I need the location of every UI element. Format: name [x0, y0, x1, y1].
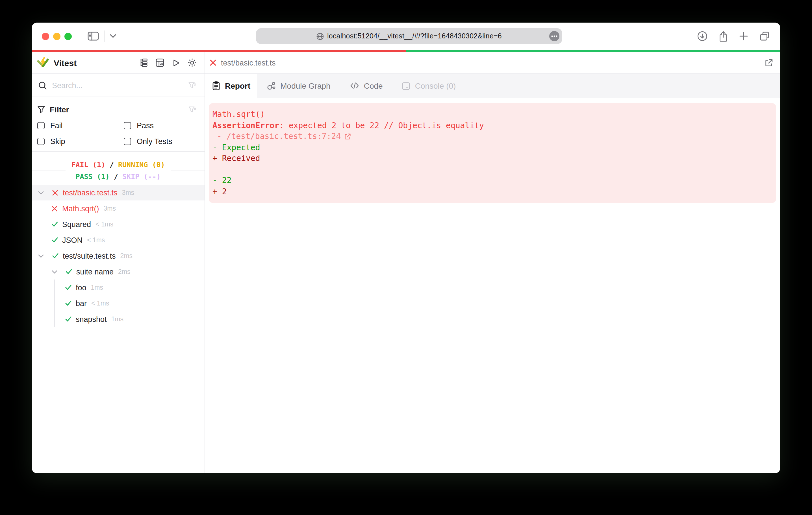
checkbox-icon	[124, 122, 131, 129]
skip-count: SKIP (--)	[122, 172, 161, 181]
pass-icon	[52, 252, 63, 259]
toolbar-divider	[104, 30, 105, 42]
tree-item-suite-name[interactable]: suite name 2ms	[32, 264, 205, 279]
open-in-editor-button[interactable]	[764, 58, 773, 67]
screen: localhost:51204/__vitest__/#/?file=16484…	[0, 0, 812, 515]
dashboard-button[interactable]	[155, 58, 165, 67]
minimize-window-button[interactable]	[53, 32, 60, 40]
filter-icon	[37, 105, 45, 114]
search-bar	[32, 74, 205, 97]
tab-overview-button[interactable]	[759, 31, 770, 41]
pass-count: PASS (1)	[76, 172, 109, 181]
code-icon	[350, 82, 359, 90]
pass-icon	[51, 221, 62, 228]
sun-icon	[187, 58, 197, 67]
browser-toolbar: localhost:51204/__vitest__/#/?file=16484…	[32, 23, 780, 50]
search-icon	[38, 81, 47, 90]
toolbar-right-actions	[697, 31, 771, 41]
test-name: foo	[76, 283, 86, 292]
share-button[interactable]	[719, 31, 728, 41]
suite-name: suite name	[76, 267, 114, 276]
tab-group-menu-button[interactable]	[110, 34, 116, 38]
filter-options: Fail Pass Skip Only Tests	[37, 121, 197, 146]
tree-item-basic-test-file[interactable]: test/basic.test.ts 3ms	[32, 185, 205, 201]
test-progress-bar	[32, 50, 780, 52]
test-duration: < 1ms	[87, 237, 105, 243]
tree-item-json[interactable]: JSON < 1ms	[32, 232, 205, 248]
report-icon	[212, 81, 221, 90]
diff-received-value: + 2	[212, 186, 769, 197]
tab-label: Console (0)	[415, 81, 456, 90]
filter-checkbox-skip[interactable]: Skip	[37, 137, 124, 146]
test-file-name: test/suite.test.ts	[63, 251, 116, 260]
ellipsis-icon	[549, 31, 559, 41]
fail-icon	[51, 205, 62, 211]
theme-toggle-button[interactable]	[187, 58, 197, 67]
filter-checkbox-only-tests[interactable]: Only Tests	[124, 137, 197, 146]
chevron-down-icon[interactable]	[38, 254, 52, 258]
pass-icon	[65, 300, 76, 307]
indent-guide	[38, 311, 51, 327]
main-panel: test/basic.test.ts	[205, 52, 780, 473]
view-tabs: Report Module Graph	[205, 74, 780, 98]
tab-report[interactable]: Report	[205, 74, 257, 98]
test-name: Squared	[62, 220, 91, 229]
tree-item-foo[interactable]: foo 1ms	[32, 279, 205, 295]
indent-guide	[38, 264, 51, 279]
external-link-icon	[344, 111, 430, 162]
share-icon	[719, 31, 728, 41]
clear-search-filter-icon[interactable]	[188, 81, 197, 90]
filter-checkbox-pass[interactable]: Pass	[124, 121, 197, 130]
play-icon	[172, 58, 180, 67]
filter-title: Filter	[50, 105, 69, 114]
clear-filters-icon[interactable]	[188, 105, 197, 114]
download-icon	[697, 31, 707, 41]
test-name: Math.sqrt()	[62, 204, 99, 213]
checkbox-icon	[124, 138, 131, 145]
indent-guide	[51, 279, 65, 295]
tree-item-math-sqrt[interactable]: Math.sqrt() 3ms	[32, 201, 205, 216]
filter-checkbox-fail[interactable]: Fail	[37, 121, 124, 130]
tree-item-squared[interactable]: Squared < 1ms	[32, 216, 205, 232]
downloads-button[interactable]	[697, 31, 707, 41]
close-window-button[interactable]	[42, 32, 49, 40]
page-settings-button[interactable]	[549, 31, 559, 41]
tree-item-snapshot[interactable]: snapshot 1ms	[32, 311, 205, 327]
chevron-down-icon[interactable]	[38, 190, 52, 194]
checkbox-icon	[37, 138, 45, 145]
tree-item-bar[interactable]: bar < 1ms	[32, 295, 205, 311]
dashboard-icon	[155, 58, 165, 67]
address-bar[interactable]: localhost:51204/__vitest__/#/?file=16484…	[256, 28, 562, 44]
test-duration: < 1ms	[91, 300, 109, 307]
pass-icon	[65, 284, 76, 291]
tab-module-graph[interactable]: Module Graph	[257, 74, 340, 98]
browser-window: localhost:51204/__vitest__/#/?file=16484…	[32, 23, 780, 473]
chevron-down-icon	[110, 34, 116, 38]
vitest-logo-icon	[37, 57, 49, 68]
fail-icon	[210, 59, 216, 66]
module-graph-icon	[267, 81, 276, 90]
search-input[interactable]	[52, 81, 183, 90]
new-tab-button[interactable]	[739, 32, 748, 41]
test-duration: 2ms	[118, 268, 130, 275]
sidebar-toggle-button[interactable]	[88, 32, 99, 41]
tab-code[interactable]: Code	[340, 74, 393, 98]
test-duration: 1ms	[91, 284, 103, 291]
filter-panel: Filter Fail	[32, 97, 205, 152]
indent-guide	[38, 216, 51, 232]
report-view: Math.sqrt() AssertionError: expected 2 t…	[205, 98, 780, 473]
chevron-down-icon[interactable]	[51, 270, 65, 274]
indent-guide	[38, 279, 51, 295]
sidebar-toggle-icon	[88, 32, 99, 41]
tab-console[interactable]: Console (0)	[393, 74, 466, 98]
run-all-button[interactable]	[172, 58, 180, 67]
zoom-window-button[interactable]	[64, 32, 72, 40]
sidebar: Vitest	[32, 52, 205, 473]
test-duration: 3ms	[122, 189, 134, 196]
diff-blank-line	[212, 164, 769, 175]
collapse-tree-button[interactable]	[139, 58, 148, 67]
indent-guide	[38, 201, 51, 216]
test-tree: test/basic.test.ts 3ms Math.sqrt() 3ms	[32, 185, 205, 473]
tree-item-suite-test-file[interactable]: test/suite.test.ts 2ms	[32, 248, 205, 264]
tab-label: Module Graph	[280, 81, 330, 90]
